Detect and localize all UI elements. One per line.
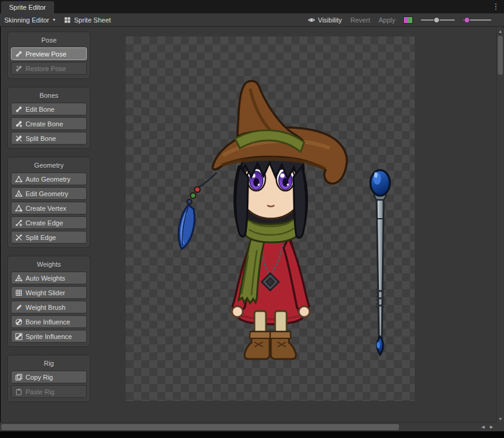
sprite-influence-icon [15,333,22,340]
left-hand [232,306,243,317]
button-split-edge[interactable]: Split Edge [11,231,87,244]
bone-influence-icon [15,318,22,326]
apply-label: Apply [378,16,395,24]
chevron-down-icon: ▾ [53,17,55,22]
button-label: Create Edge [26,219,63,227]
restore-pose-icon [15,65,22,72]
button-paste-rig[interactable]: Paste Rig [11,385,87,398]
scroll-left-icon[interactable]: ◀ [479,423,487,431]
scroll-right-icon[interactable]: ▶ [488,423,495,431]
button-label: Edit Bone [26,106,55,113]
button-label: Edit Geometry [26,190,68,197]
revert-button[interactable]: Revert [346,13,374,26]
bone-opacity-slider[interactable] [421,16,455,24]
button-label: Split Bone [26,135,56,142]
bead-red [195,187,200,193]
staff-top-gem [370,170,390,196]
button-auto-weights[interactable]: Auto Weights [11,272,87,284]
button-label: Copy Rig [26,374,53,381]
button-weight-brush[interactable]: Weight Brush [11,301,87,313]
button-label: Restore Pose [26,65,66,72]
window-bottom-edge [0,431,504,438]
button-weight-slider[interactable]: Weight Slider [11,286,87,299]
button-auto-geometry[interactable]: Auto Geometry [11,173,87,185]
panel-title: Rig [11,358,87,371]
horizontal-scrollbar[interactable]: ◀ ▶ [0,422,496,431]
preview-pose-icon [15,50,22,58]
button-label: Auto Geometry [26,176,70,183]
horizontal-scrollbar-thumb[interactable] [1,424,399,430]
button-label: Create Bone [26,120,63,128]
vertical-scrollbar-thumb[interactable] [498,36,503,75]
button-create-vertex[interactable]: Create Vertex [11,202,87,214]
panel-title: Weights [11,259,87,272]
button-label: Auto Weights [26,275,65,282]
edit-geometry-icon [15,190,22,197]
panel-title: Geometry [11,160,87,173]
weight-brush-icon [15,304,22,311]
visibility-label: Visibility [318,16,342,24]
button-label: Bone Influence [26,318,70,326]
weight-slider-icon [15,289,22,296]
create-vertex-icon [15,205,22,212]
bone-color-swatch-icon[interactable] [403,16,413,24]
panel-title: Bones [11,90,87,103]
button-edit-bone[interactable]: Edit Bone [11,103,87,115]
panel-bones: BonesEdit BoneCreate BoneSplit Bone [7,87,90,149]
staff-sprite [370,170,390,355]
right-hair-lock [293,166,306,238]
button-label: Weight Slider [26,289,65,296]
kebab-menu-icon[interactable]: ⋮ [492,1,500,12]
skinning-editor-dropdown[interactable]: Skinning Editor ▾ [0,13,60,26]
button-label: Weight Brush [26,304,66,311]
right-hand [299,306,310,317]
dropdown-label: Skinning Editor [4,16,49,24]
sprite-sheet-label: Sprite Sheet [74,16,111,24]
copy-rig-icon [15,374,22,381]
tab-sprite-editor[interactable]: Sprite Editor [1,1,54,13]
create-edge-icon [15,219,22,227]
split-edge-icon [15,234,22,241]
panel-title: Pose [11,35,87,47]
sprite-canvas[interactable] [126,36,415,401]
vertical-scrollbar[interactable]: ▲ ▼ [496,27,504,422]
eye-icon [308,16,315,24]
edit-bone-icon [15,106,22,113]
witch-character-sprite [179,81,347,359]
sidebar: PosePreview PoseRestore PoseBonesEdit Bo… [7,32,90,410]
button-sprite-influence[interactable]: Sprite Influence [11,330,87,343]
feather-charm [179,173,217,249]
split-bone-icon [15,135,22,142]
panel-geometry: GeometryAuto GeometryEdit GeometryCreate… [7,157,90,248]
swatch-color [404,17,408,23]
visibility-button[interactable]: Visibility [304,13,347,26]
button-create-edge[interactable]: Create Edge [11,216,87,229]
scrollbar-corner [496,422,504,431]
scroll-up-icon[interactable]: ▲ [497,27,504,35]
left-boot [245,332,270,359]
panel-pose: PosePreview PoseRestore Pose [7,32,90,79]
button-restore-pose[interactable]: Restore Pose [11,62,87,75]
bead-blue [187,199,192,204]
titlebar: Sprite Editor ⋮ [0,0,504,13]
button-edit-geometry[interactable]: Edit Geometry [11,187,87,200]
paste-rig-icon [15,388,22,395]
left-hair-lock [236,166,248,236]
canvas-artwork [126,36,415,401]
sprite-sheet-button[interactable]: Sprite Sheet [60,13,115,26]
create-bone-icon [15,120,22,128]
button-split-bone[interactable]: Split Bone [11,132,87,145]
sprite-opacity-slider[interactable] [463,16,491,24]
button-label: Split Edge [26,234,56,241]
button-create-bone[interactable]: Create Bone [11,117,87,130]
apply-button[interactable]: Apply [374,13,400,26]
button-preview-pose[interactable]: Preview Pose [11,47,87,60]
bead-green [191,193,196,199]
scroll-down-icon[interactable]: ▼ [497,415,504,422]
button-copy-rig[interactable]: Copy Rig [11,371,87,383]
button-bone-influence[interactable]: Bone Influence [11,315,87,328]
slider-knob[interactable] [434,17,440,23]
right-boot [270,332,296,359]
slider-knob[interactable] [464,17,470,23]
toolbar: Skinning Editor ▾ Sprite Sheet Visibilit… [0,13,504,27]
